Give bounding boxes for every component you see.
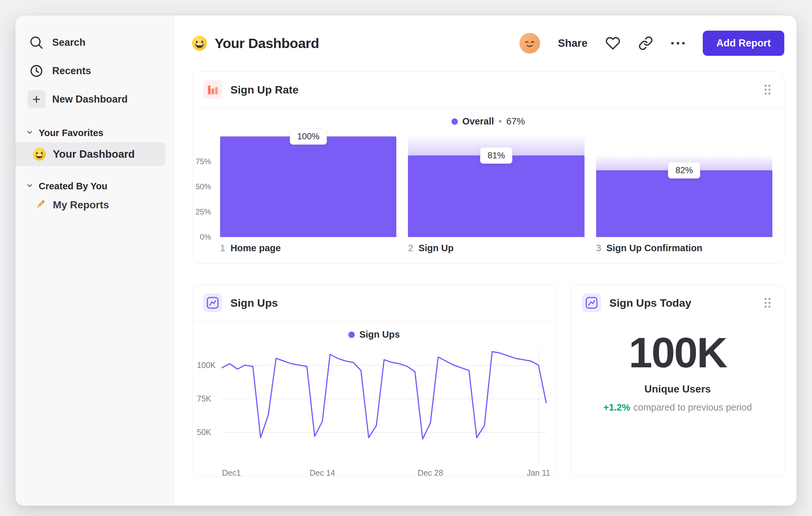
link-icon[interactable] — [638, 36, 653, 51]
legend-separator: • — [498, 116, 502, 127]
step-index: 1 — [220, 243, 225, 253]
legend-label: Overall — [462, 116, 494, 127]
heart-icon[interactable] — [605, 36, 620, 51]
card-header: Sign Ups — [192, 285, 556, 321]
card-sign-up-rate: Sign Up Rate Overall • 67% 75%50%25%0% 1… — [192, 72, 784, 264]
smiley-emoji-icon — [192, 36, 207, 51]
line-x-axis: Dec1Dec 14Dec 28Jan 11 — [222, 468, 546, 481]
metric-body: 100K Unique Users +1.2%compared to previ… — [571, 331, 784, 413]
card-header: Sign Ups Today — [571, 285, 784, 321]
sidebar-item-label: New Dashboard — [52, 93, 127, 105]
step-name: Sign Up Confirmation — [606, 243, 702, 253]
share-button[interactable]: Share — [558, 37, 588, 49]
funnel-step-label: 3 Sign Up Confirmation — [596, 243, 772, 253]
drag-handle-icon[interactable] — [762, 82, 773, 97]
funnel-x-axis: 1 Home page 2 Sign Up 3 Sign Up Confirma… — [192, 237, 784, 263]
step-name: Sign Up — [418, 243, 454, 253]
funnel-y-axis: 75%50%25%0% — [192, 136, 214, 237]
card-title: Sign Up Rate — [230, 84, 754, 96]
add-report-button[interactable]: Add Report — [703, 31, 784, 56]
chevron-down-icon — [26, 181, 33, 192]
pencil-icon — [34, 198, 47, 212]
bar-chart-icon — [203, 80, 222, 99]
funnel-bar: 81% — [408, 136, 584, 237]
section-created-by-you[interactable]: Created By You — [26, 181, 166, 192]
sidebar-item-recents[interactable]: Recents — [23, 57, 166, 84]
step-index: 2 — [408, 243, 413, 253]
funnel-step-label: 2 Sign Up — [408, 243, 584, 253]
more-options-icon[interactable] — [671, 42, 685, 45]
search-icon — [27, 33, 46, 52]
page-title: Your Dashboard — [214, 35, 319, 51]
card-title: Sign Ups Today — [609, 297, 754, 309]
metric-value: 100K — [629, 331, 727, 374]
step-name: Home page — [230, 243, 281, 253]
funnel-bar-value: 81% — [480, 147, 512, 164]
legend-value: 67% — [506, 116, 525, 127]
line-series — [222, 349, 546, 462]
card-sign-ups-today: Sign Ups Today 100K Unique Users +1.2%co… — [571, 285, 784, 477]
delta-percent: +1.2% — [604, 402, 630, 412]
sidebar-item-my-reports[interactable]: My Reports — [34, 198, 166, 212]
legend-label: Sign Ups — [359, 329, 400, 340]
step-index: 3 — [596, 243, 601, 253]
chevron-down-icon — [26, 128, 33, 138]
line-plot — [222, 349, 546, 462]
card-header: Sign Up Rate — [192, 72, 784, 107]
section-your-favorites[interactable]: Your Favorites — [26, 128, 166, 138]
card-sign-ups: Sign Ups Sign Ups 100K75K50K — [192, 285, 556, 477]
smiley-emoji-icon — [33, 148, 46, 161]
funnel-plot: 100% 81% 82% — [220, 136, 772, 237]
clock-icon — [27, 62, 46, 80]
line-chart-icon — [203, 294, 222, 312]
drag-handle-icon[interactable] — [762, 295, 773, 310]
funnel-bar: 100% — [220, 136, 396, 237]
dashboard-title-group: Your Dashboard — [192, 35, 319, 51]
header-actions: Share Add Report — [519, 31, 784, 56]
sidebar-item-new-dashboard[interactable]: New Dashboard — [23, 86, 166, 113]
plus-icon — [27, 90, 46, 108]
app-window: Search Recents New Dashboard — [16, 16, 796, 506]
funnel-bar-fill — [408, 156, 584, 237]
funnel-bar-fill — [596, 170, 772, 237]
line-chart: 100K75K50K Dec1Dec 14Dec 28Jan 11 — [192, 345, 546, 483]
sidebar-item-label: Recents — [52, 65, 91, 77]
line-chart-icon — [582, 294, 601, 312]
metric-label: Unique Users — [644, 383, 711, 395]
funnel-legend[interactable]: Overall • 67% — [192, 116, 784, 127]
metric-delta: +1.2%compared to previous period — [604, 402, 752, 413]
sidebar-item-label: Your Dashboard — [53, 148, 135, 160]
cards-row: Sign Ups Sign Ups 100K75K50K — [192, 285, 784, 477]
funnel-bar-fill — [220, 136, 396, 237]
funnel-step-label: 1 Home page — [220, 243, 396, 253]
sidebar-item-label: My Reports — [53, 199, 109, 211]
dashboard-header: Your Dashboard Share — [192, 28, 784, 59]
avatar[interactable] — [519, 33, 540, 54]
sidebar-item-search[interactable]: Search — [23, 29, 166, 56]
sidebar-item-label: Search — [52, 37, 85, 48]
funnel-bar-value: 82% — [668, 162, 700, 178]
card-title: Sign Ups — [230, 297, 545, 309]
funnel-chart: 75%50%25%0% 100% 81% 8 — [192, 130, 784, 237]
sidebar-item-your-dashboard[interactable]: Your Dashboard — [16, 142, 165, 166]
legend-swatch — [452, 118, 458, 125]
section-label: Created By You — [39, 181, 107, 192]
divider — [192, 107, 784, 108]
funnel-bar-value: 100% — [290, 128, 327, 145]
funnel-bar: 82% — [596, 136, 772, 237]
line-legend[interactable]: Sign Ups — [192, 329, 556, 340]
line-y-axis: 100K75K50K — [197, 349, 218, 462]
divider — [192, 321, 556, 321]
main-content: Your Dashboard Share — [174, 16, 796, 506]
sidebar: Search Recents New Dashboard — [16, 16, 174, 506]
section-label: Your Favorites — [39, 128, 104, 138]
delta-note: compared to previous period — [634, 402, 752, 412]
legend-swatch — [348, 331, 355, 338]
